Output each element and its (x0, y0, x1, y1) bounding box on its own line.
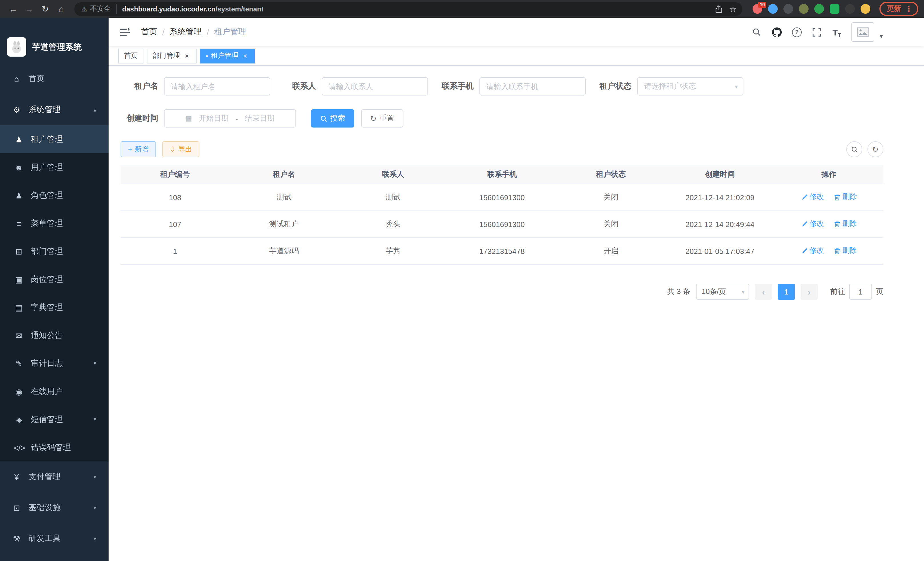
delete-link[interactable]: 删除 (834, 193, 857, 202)
extension-icon-4[interactable] (799, 4, 808, 14)
tenant-name-label: 租户名 (121, 81, 158, 92)
sidebar-item-dictionary-management[interactable]: ▤ 字典管理 (0, 293, 109, 321)
help-icon[interactable]: ? (792, 26, 802, 38)
breadcrumb-separator: / (207, 27, 209, 37)
app-title: 芋道管理系统 (32, 41, 82, 52)
extension-icon-2[interactable] (768, 4, 778, 14)
sidebar-item-label: 首页 (28, 74, 45, 84)
forward-icon[interactable]: → (22, 2, 37, 16)
sidebar-item-dev-tools[interactable]: ⚒ 研发工具 ▼ (0, 523, 109, 554)
sidebar-item-label: 短信管理 (31, 414, 63, 425)
extension-icon-3[interactable] (783, 4, 793, 14)
cell-contact: 芋艿 (339, 238, 447, 265)
sidebar-item-user-management[interactable]: ☻ 用户管理 (0, 153, 109, 181)
address-bar[interactable]: ⚠ 不安全 dashboard.yudao.iocoder.cn/system/… (74, 2, 742, 16)
sidebar-item-audit-log[interactable]: ✎ 审计日志 ▼ (0, 349, 109, 378)
col-tenant-id: 租户编号 (121, 165, 230, 184)
sidebar-item-post-management[interactable]: ▣ 岗位管理 (0, 265, 109, 293)
goto-page-input[interactable] (849, 284, 872, 300)
edit-link[interactable]: 修改 (801, 246, 824, 256)
sidebar-item-system-management[interactable]: ⚙ 系统管理 ▲ (0, 94, 109, 125)
browser-update-button[interactable]: 更新 ⋮ (879, 2, 918, 16)
edit-link[interactable]: 修改 (801, 193, 824, 202)
cell-actions: 修改 删除 (774, 238, 884, 265)
phone-label: 联系手机 (436, 81, 474, 92)
back-icon[interactable]: ← (6, 2, 21, 16)
refresh-table-button[interactable]: ↻ (867, 141, 884, 157)
close-icon[interactable]: × (183, 52, 191, 60)
contact-input[interactable] (322, 77, 428, 96)
extension-icon-1[interactable]: 10 (753, 4, 762, 14)
browser-home-icon[interactable]: ⌂ (54, 2, 69, 16)
github-icon[interactable] (772, 26, 782, 38)
tags-view: 首页 部门管理 × ● 租户管理 × (109, 46, 924, 66)
close-icon[interactable]: × (241, 52, 249, 60)
sidebar-logo-row[interactable]: 芋道管理系统 (0, 18, 109, 63)
next-page-button[interactable]: › (801, 284, 818, 300)
add-button[interactable]: + 新增 (121, 141, 156, 157)
edit-link[interactable]: 修改 (801, 219, 824, 229)
prev-page-button[interactable]: ‹ (755, 284, 772, 300)
sidebar-item-label: 研发工具 (28, 534, 61, 544)
pagination: 共 3 条 10条/页 ▾ ‹ 1 › 前往 页 (121, 284, 884, 300)
sidebar-item-home[interactable]: ⌂ 首页 (0, 63, 109, 94)
reload-icon[interactable]: ↻ (38, 2, 52, 16)
sidebar-item-online-users[interactable]: ◉ 在线用户 (0, 378, 109, 405)
breadcrumb-system[interactable]: 系统管理 (170, 27, 202, 37)
search-icon[interactable] (752, 26, 762, 38)
user-avatar[interactable] (852, 22, 874, 42)
sidebar-item-payment-management[interactable]: ¥ 支付管理 ▼ (0, 462, 109, 492)
sidebar-item-error-code-management[interactable]: </> 错误码管理 (0, 433, 109, 462)
tab-label: 首页 (124, 51, 138, 61)
extension-icon-6[interactable] (830, 4, 839, 14)
sidebar-item-sms-management[interactable]: ◈ 短信管理 ▼ (0, 405, 109, 433)
reset-button[interactable]: ↻ 重置 (361, 109, 404, 128)
hamburger-icon[interactable] (119, 26, 131, 38)
extension-icon-7[interactable] (845, 4, 855, 14)
page-size-select[interactable]: 10条/页 ▾ (696, 284, 749, 300)
delete-link[interactable]: 删除 (834, 246, 857, 256)
caret-down-icon[interactable]: ▾ (880, 33, 883, 40)
bookmark-star-icon[interactable]: ☆ (729, 4, 736, 14)
share-icon[interactable] (714, 3, 724, 15)
trash-icon (834, 194, 841, 201)
profile-avatar[interactable] (861, 4, 870, 14)
app-navbar: 首页 / 系统管理 / 租户管理 ? (109, 18, 924, 46)
col-phone: 联系手机 (447, 165, 556, 184)
table-row: 1 芋道源码 芋艿 17321315478 开启 2021-01-05 17:0… (121, 238, 884, 265)
sidebar-item-label: 错误码管理 (31, 442, 71, 453)
extension-icon-5[interactable] (814, 4, 824, 14)
sidebar-item-role-management[interactable]: ♟ 角色管理 (0, 181, 109, 209)
search-button[interactable]: 搜索 (311, 109, 354, 128)
breadcrumb-home[interactable]: 首页 (141, 27, 157, 37)
phone-input[interactable] (479, 77, 586, 96)
toggle-search-button[interactable] (846, 141, 862, 157)
export-button[interactable]: ⇩ 导出 (162, 141, 200, 157)
security-label: 不安全 (90, 4, 111, 14)
tab-home[interactable]: 首页 (118, 48, 143, 63)
announcement-icon: ✉ (14, 331, 24, 340)
fullscreen-icon[interactable] (812, 26, 822, 38)
sidebar-item-department-management[interactable]: ⊞ 部门管理 (0, 237, 109, 265)
page-number-1[interactable]: 1 (778, 284, 795, 300)
sidebar-item-announcements[interactable]: ✉ 通知公告 (0, 321, 109, 349)
sidebar-item-infrastructure[interactable]: ⊡ 基础设施 ▼ (0, 492, 109, 523)
date-range-picker[interactable]: ▦ 开始日期 - 结束日期 (164, 109, 296, 128)
browser-menu-icon[interactable]: ⋮ (905, 5, 913, 13)
tenant-table: 租户编号 租户名 联系人 联系手机 租户状态 创建时间 操作 108 测试 (121, 165, 884, 265)
online-users-icon: ◉ (14, 387, 24, 396)
font-size-icon[interactable]: TT (832, 26, 842, 38)
sidebar-item-tenant-management[interactable]: ♟ 租户管理 (0, 125, 109, 153)
status-label: 租户状态 (594, 81, 632, 92)
sidebar-item-label: 部门管理 (31, 246, 63, 256)
status-select[interactable]: 请选择租户状态 ▾ (637, 77, 743, 96)
security-chip[interactable]: ⚠ 不安全 (81, 4, 117, 14)
tenant-name-input[interactable] (164, 77, 270, 96)
tab-tenant-management[interactable]: ● 租户管理 × (200, 48, 255, 63)
chevron-down-icon: ▾ (742, 289, 745, 295)
sidebar-item-menu-management[interactable]: ≡ 菜单管理 (0, 209, 109, 237)
delete-link[interactable]: 删除 (834, 219, 857, 229)
dev-tools-icon: ⚒ (11, 534, 22, 543)
tab-department-management[interactable]: 部门管理 × (147, 48, 196, 63)
post-badge-icon: ▣ (14, 275, 24, 284)
